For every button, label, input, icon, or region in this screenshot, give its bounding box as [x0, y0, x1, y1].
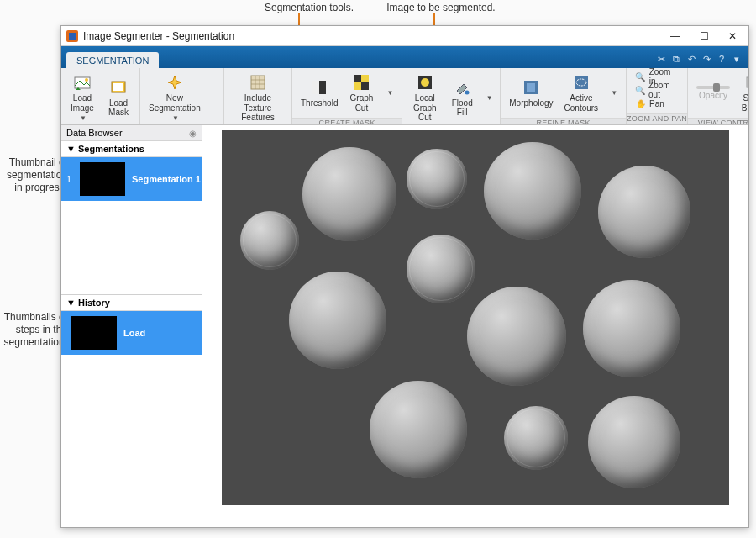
- opacity-control[interactable]: Opacity: [692, 83, 734, 103]
- qat-help-icon[interactable]: ?: [715, 52, 728, 66]
- load-mask-button[interactable]: Load Mask: [102, 76, 135, 120]
- active-contours-icon: [572, 73, 591, 92]
- history-list: Load: [61, 311, 202, 527]
- window-title: Image Segmenter - Segmentation: [83, 30, 661, 42]
- coin: [289, 272, 386, 369]
- local-graphcut-button[interactable]: Local Graph Cut: [407, 71, 443, 125]
- local-graphcut-icon: [416, 73, 434, 92]
- new-seg-icon: [165, 73, 184, 92]
- coin: [407, 235, 475, 303]
- createmask-dropdown[interactable]: ▼: [381, 87, 397, 99]
- threshold-icon: [310, 78, 328, 97]
- svg-rect-16: [527, 83, 535, 92]
- tab-segmentation[interactable]: SEGMENTATION: [66, 52, 159, 68]
- coin: [588, 396, 680, 488]
- threshold-button[interactable]: Threshold: [297, 76, 342, 111]
- coin: [302, 147, 396, 241]
- include-texture-button[interactable]: Include Texture Features: [228, 71, 287, 125]
- coin: [370, 381, 467, 478]
- local-graphcut-label: Local Graph Cut: [411, 93, 438, 123]
- chevron-down-icon: ▼: [611, 89, 617, 97]
- zoom-in-icon: 🔍: [635, 71, 646, 82]
- app-window: Image Segmenter - Segmentation — ☐ ✕ SEG…: [60, 25, 749, 528]
- segmentations-list: 1 Segmentation 1: [61, 157, 202, 295]
- pan-label: Pan: [649, 99, 664, 108]
- chevron-down-icon: ▼: [486, 94, 493, 102]
- annot-tools: Segmentation tools.: [255, 2, 364, 14]
- opacity-label: Opacity: [699, 91, 727, 101]
- qat-more-icon[interactable]: ▾: [730, 52, 743, 66]
- texture-label: Include Texture Features: [233, 93, 283, 123]
- qat-redo-icon[interactable]: ↷: [700, 52, 713, 66]
- app-icon: [66, 30, 78, 42]
- qat-copy-icon[interactable]: ⧉: [669, 52, 683, 66]
- image-surface[interactable]: [222, 130, 729, 505]
- svg-rect-11: [361, 82, 369, 90]
- group-load: Load Image▼ Load Mask LOAD: [61, 68, 140, 124]
- history-label: History: [78, 298, 110, 308]
- group-refine: Morphology Active Contours ▼ REFINE MASK: [501, 68, 627, 124]
- history-thumbnail: [71, 316, 117, 350]
- coin: [240, 211, 299, 270]
- group-texture: Include Texture Features TEXTURE: [224, 68, 292, 124]
- graphcut-button[interactable]: Graph Cut: [344, 71, 378, 115]
- svg-rect-5: [251, 76, 265, 89]
- morphology-button[interactable]: Morphology: [505, 76, 557, 111]
- load-mask-label: Load Mask: [108, 98, 129, 118]
- addtomask-dropdown[interactable]: ▼: [481, 92, 496, 104]
- load-image-label: Load Image: [71, 93, 94, 113]
- segmentation-thumbnail: [80, 162, 125, 196]
- group-zoompan: 🔍Zoom in 🔍Zoom out ✋Pan ZOOM AND PAN: [627, 68, 688, 124]
- graphcut-label: Graph Cut: [350, 93, 374, 113]
- history-row[interactable]: Load: [61, 311, 202, 355]
- show-binary-icon: [744, 73, 748, 92]
- segmentation-row[interactable]: 1 Segmentation 1: [61, 157, 202, 201]
- coin: [467, 287, 566, 386]
- maximize-button[interactable]: ☐: [690, 27, 718, 45]
- segmentations-label: Segmentations: [78, 144, 144, 154]
- svg-rect-9: [361, 75, 369, 82]
- qat-undo-icon[interactable]: ↶: [685, 52, 698, 66]
- data-browser-header[interactable]: Data Browser ◉: [61, 125, 202, 141]
- tab-strip: SEGMENTATION ✂ ⧉ ↶ ↷ ? ▾: [61, 46, 748, 68]
- load-mask-icon: [109, 78, 128, 97]
- floodfill-button[interactable]: Flood Fill: [445, 76, 479, 120]
- group-addtomask: Local Graph Cut Flood Fill ▼ ADD TO MASK: [402, 68, 501, 124]
- minimize-button[interactable]: —: [661, 27, 690, 45]
- coin: [407, 149, 467, 209]
- annot-seg-thumb: Thumbnail of segmentation in progress.: [0, 156, 67, 194]
- load-image-icon: [73, 73, 92, 92]
- chevron-down-icon: ▼: [386, 89, 393, 97]
- svg-rect-4: [113, 83, 123, 91]
- opacity-slider[interactable]: [696, 86, 730, 89]
- graphcut-icon: [352, 73, 370, 92]
- chevron-down-icon: ▼: [172, 114, 179, 122]
- active-contours-button[interactable]: Active Contours: [560, 71, 603, 115]
- data-browser-label: Data Browser: [66, 128, 123, 138]
- svg-rect-19: [747, 77, 748, 87]
- body: Data Browser ◉ ▼ Segmentations 1 Segment…: [61, 125, 748, 527]
- coin: [583, 280, 680, 377]
- sidebar: Data Browser ◉ ▼ Segmentations 1 Segment…: [61, 125, 202, 527]
- load-image-button[interactable]: Load Image▼: [66, 71, 99, 124]
- titlebar: Image Segmenter - Segmentation — ☐ ✕: [61, 26, 748, 46]
- svg-point-13: [421, 78, 429, 87]
- qat-cut-icon[interactable]: ✂: [654, 52, 668, 66]
- pan-button[interactable]: ✋Pan: [632, 97, 668, 110]
- floodfill-icon: [453, 78, 471, 97]
- show-binary-button[interactable]: Show Binary: [737, 71, 748, 115]
- group-createmask-label: CREATE MASK: [292, 118, 402, 124]
- new-segmentation-button[interactable]: New Segmentation▼: [144, 71, 205, 124]
- zoom-out-button[interactable]: 🔍Zoom out: [632, 83, 682, 97]
- segmentations-header[interactable]: ▼ Segmentations: [61, 141, 202, 157]
- group-viewctrl: Opacity Show Binary VIEW CONTROLS: [688, 68, 748, 124]
- svg-rect-10: [354, 82, 361, 90]
- canvas-area: [202, 125, 748, 527]
- refine-dropdown[interactable]: ▼: [605, 87, 622, 99]
- close-button[interactable]: ✕: [718, 27, 747, 45]
- floodfill-label: Flood Fill: [452, 98, 473, 118]
- quick-access-toolbar: ✂ ⧉ ↶ ↷ ? ▾: [649, 50, 748, 68]
- group-zoompan-label: ZOOM AND PAN: [627, 113, 687, 124]
- panel-close-icon[interactable]: ◉: [189, 129, 197, 138]
- history-header[interactable]: ▼ History: [61, 295, 202, 311]
